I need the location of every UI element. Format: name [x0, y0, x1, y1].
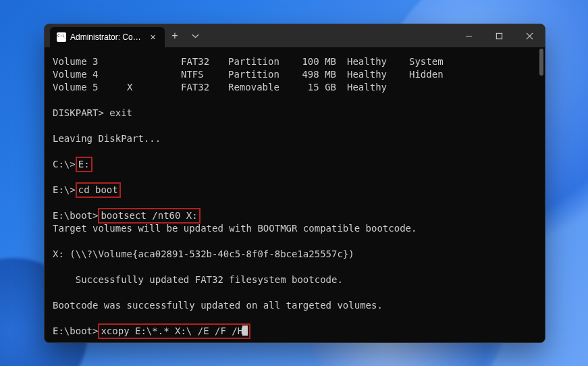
svg-rect-0	[496, 33, 502, 38]
tab-title: Administrator: Command Promp	[70, 32, 143, 42]
volume-row: Volume 3 FAT32 Partition 100 MB Healthy …	[53, 55, 537, 68]
maximize-button[interactable]	[484, 24, 514, 47]
current-input-line: E:\boot>xcopy E:\*.* X:\ /E /F /H	[53, 325, 537, 338]
output-line: Leaving DiskPart...	[53, 132, 537, 145]
new-tab-button[interactable]: +	[165, 24, 185, 47]
output-line: E:\>cd boot	[53, 184, 537, 197]
maximize-icon	[496, 32, 503, 40]
chevron-down-icon	[192, 32, 199, 40]
titlebar-drag-area[interactable]	[205, 24, 454, 47]
minimize-button[interactable]	[454, 24, 484, 47]
close-icon	[526, 32, 533, 40]
highlight-cmd-drive: E:	[76, 157, 92, 172]
terminal-window: Administrator: Command Promp ✕ + Volume …	[44, 24, 545, 343]
scroll-thumb[interactable]	[539, 49, 543, 76]
close-window-button[interactable]	[514, 24, 545, 47]
close-tab-button[interactable]: ✕	[147, 32, 158, 43]
highlight-cmd-xcopy: xcopy E:\*.* X:\ /E /F /H	[98, 323, 250, 339]
volume-row: Volume 5 X FAT32 Removable 15 GB Healthy	[53, 81, 537, 94]
output-line: E:\boot>bootsect /nt60 X:	[53, 209, 537, 222]
output-line: Successfully updated FAT32 filesystem bo…	[53, 273, 537, 286]
output-line: DISKPART> exit	[53, 107, 537, 120]
highlight-cmd-cdboot: cd boot	[76, 182, 121, 198]
output-line: X: (\\?\Volume{aca02891-532b-40c5-8f0f-8…	[53, 248, 537, 261]
output-line: Bootcode was successfully updated on all…	[53, 299, 537, 312]
text-caret	[242, 325, 248, 336]
tab-dropdown-button[interactable]	[185, 24, 205, 47]
highlight-cmd-bootsect: bootsect /nt60 X:	[98, 208, 200, 224]
terminal-output[interactable]: Volume 3 FAT32 Partition 100 MB Healthy …	[45, 47, 545, 342]
window-titlebar: Administrator: Command Promp ✕ +	[45, 24, 545, 47]
minimize-icon	[465, 32, 473, 40]
active-tab[interactable]: Administrator: Command Promp ✕	[50, 27, 165, 47]
output-line: Target volumes will be updated with BOOT…	[53, 222, 537, 235]
volume-row: Volume 4 NTFS Partition 498 MB Healthy H…	[53, 68, 537, 81]
output-line: C:\>E:	[53, 158, 537, 171]
terminal-scrollbar[interactable]	[538, 49, 543, 341]
cmd-icon	[57, 32, 66, 42]
